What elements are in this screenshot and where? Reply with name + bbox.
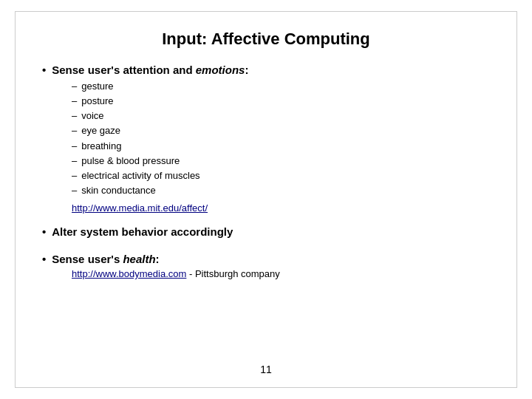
sub-item-label: skin conductance	[81, 183, 155, 198]
list-item: – skin conductance	[72, 183, 490, 198]
list-item: – pulse & blood pressure	[72, 154, 490, 168]
bullet-section-2: • Alter system behavior accordingly	[42, 225, 490, 241]
sub-item-label: eye gaze	[81, 123, 120, 138]
bullet-section-3: • Sense user's health: http://www.bodyme…	[42, 253, 490, 279]
sub-item-label: voice	[81, 109, 103, 123]
bullet-dot-3: •	[42, 253, 46, 265]
sub-item-label: posture	[81, 94, 113, 109]
dash-icon: –	[72, 123, 77, 138]
slide-container: Input: Affective Computing • Sense user'…	[15, 11, 517, 388]
list-item: – voice	[72, 109, 490, 123]
dash-icon: –	[72, 139, 77, 154]
health-italic: health	[123, 253, 155, 265]
dash-icon: –	[72, 94, 77, 109]
list-item: – eye gaze	[72, 123, 490, 138]
bodymedia-line: http://www.bodymedia.com - Pittsburgh co…	[72, 268, 490, 279]
sub-list-1: – gesture – posture – voice – eye gaze –…	[72, 79, 490, 198]
dash-icon: –	[72, 154, 77, 168]
list-item: – gesture	[72, 79, 490, 94]
sub-item-label: gesture	[81, 79, 113, 94]
bullet-item-2: • Alter system behavior accordingly	[42, 225, 490, 238]
bullet-item-3: • Sense user's health:	[42, 253, 490, 265]
bullet-text-1: Sense user's attention and emotions:	[52, 64, 248, 76]
list-item: – posture	[72, 94, 490, 109]
mit-affect-link[interactable]: http://www.media.mit.edu/affect/	[72, 202, 490, 214]
bullet-text-2: Alter system behavior accordingly	[52, 225, 233, 238]
bullet-item-1: • Sense user's attention and emotions:	[42, 64, 490, 76]
bullet-text-3: Sense user's health:	[52, 253, 159, 265]
bullet-section-1: • Sense user's attention and emotions: –…	[42, 64, 490, 214]
bullet-dot-2: •	[42, 225, 46, 238]
dash-icon: –	[72, 183, 77, 198]
sub-item-label: pulse & blood pressure	[81, 154, 180, 168]
dash-icon: –	[72, 79, 77, 94]
bodymedia-link[interactable]: http://www.bodymedia.com	[72, 268, 186, 279]
slide-title: Input: Affective Computing	[42, 30, 490, 49]
pittsburgh-text: - Pittsburgh company	[186, 268, 279, 279]
dash-icon: –	[72, 109, 77, 123]
bullet-dot-1: •	[42, 64, 46, 76]
dash-icon: –	[72, 168, 77, 183]
list-item: – breathing	[72, 139, 490, 154]
sub-item-label: breathing	[81, 139, 121, 154]
list-item: – electrical activity of muscles	[72, 168, 490, 183]
page-number: 11	[260, 364, 272, 375]
sub-item-label: electrical activity of muscles	[81, 168, 200, 183]
